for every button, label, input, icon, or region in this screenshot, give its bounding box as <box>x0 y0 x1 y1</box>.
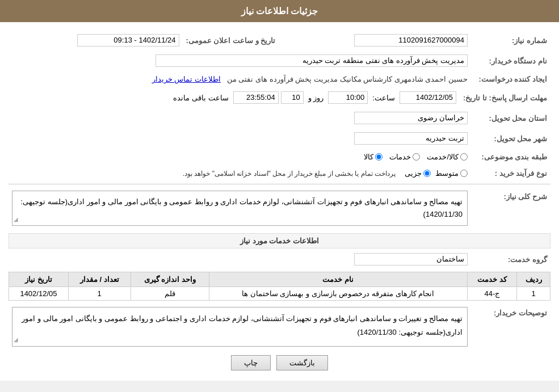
col-service-code: کد خدمت <box>467 272 517 287</box>
date-value: 1402/11/24 - 09:13 <box>77 34 179 47</box>
city-value: تربت حیدریه <box>354 132 468 145</box>
process-label: نوع فرآیند خرید : <box>471 167 550 179</box>
services-table: ردیف کد خدمت نام خدمت واحد اندازه گیری ت… <box>9 272 550 301</box>
col-unit: واحد اندازه گیری <box>131 272 209 287</box>
cat-khadamat-label: خدمات <box>389 153 411 161</box>
deadline-remaining-label: ساعت باقی مانده <box>173 94 228 102</box>
resize-handle: ◢ <box>14 214 18 224</box>
col-quantity: تعداد / مقدار <box>68 272 131 287</box>
buyer-desc-box: تهیه مصالح و تغییرات و ساماندهی انبارهای… <box>12 307 468 347</box>
need-number-value: 1102091627000094 <box>354 34 468 47</box>
buyer-org-label: نام دستگاه خریدار: <box>471 53 550 69</box>
process-note: پرداخت تمام یا بخشی از مبلغ خریدار از مح… <box>183 170 396 178</box>
province-value: خراسان رضوی <box>354 112 468 124</box>
creator-label: ایجاد کننده درخواست: <box>471 73 550 85</box>
deadline-day: 10 <box>281 91 304 104</box>
print-button[interactable]: چاپ <box>231 355 271 370</box>
deadline-day-label: روز و <box>308 94 324 102</box>
radio-motevaset[interactable]: متوسط <box>435 169 468 178</box>
radio-kala[interactable]: کالا <box>364 153 383 161</box>
page-header: جزئیات اطلاعات نیاز <box>0 0 559 22</box>
cell-unit: قلم <box>131 287 209 301</box>
col-service-name: نام خدمت <box>209 272 467 287</box>
radio-kala-khadamat[interactable]: کالا/خدمت <box>427 153 468 161</box>
radio-khadamat[interactable]: خدمات <box>389 153 420 161</box>
buyer-desc-value: تهیه مصالح و تغییرات و ساماندهی انبارهای… <box>22 314 463 336</box>
cell-quantity: 1 <box>68 287 131 301</box>
need-number-label: شماره نیاز: <box>471 32 550 48</box>
resize-handle-2: ◢ <box>14 335 18 345</box>
city-label: شهر محل تحویل: <box>471 130 550 146</box>
col-date: تاریخ نیاز <box>9 272 69 287</box>
general-desc-value: تهیه مصالح و ساماندهی انبارهای فوم و تجه… <box>21 197 463 218</box>
group-service-value: ساختمان <box>354 253 468 265</box>
category-label: طبقه بندی موضوعی: <box>471 151 550 163</box>
cell-service-name: انجام کارهای متفرقه درخصوص بازسازی و بهس… <box>209 287 467 301</box>
radio-jozvi[interactable]: جزیی <box>405 169 431 178</box>
divider-1 <box>9 184 550 184</box>
back-button[interactable]: بازگشت <box>276 355 328 370</box>
cell-row-num: 1 <box>517 287 550 301</box>
general-desc-box: تهیه مصالح و ساماندهی انبارهای فوم و تجه… <box>12 191 468 226</box>
cell-service-code: ج-44 <box>467 287 517 301</box>
deadline-time: 10:00 <box>328 91 368 104</box>
col-row-num: ردیف <box>517 272 550 287</box>
creator-name: حسین احمدی شادمهری کارشناس مکانیک مدیریت… <box>227 75 468 83</box>
province-label: استان محل تحویل: <box>471 110 550 126</box>
cell-date: 1402/12/05 <box>9 287 69 301</box>
cat-kala-khadamat-label: کالا/خدمت <box>427 153 459 161</box>
deadline-date: 1402/12/05 <box>400 91 456 104</box>
general-desc-label: شرح کلی نیاز: <box>471 189 550 227</box>
creator-contact-link[interactable]: اطلاعات تماس خریدار <box>152 75 221 83</box>
services-section-header: اطلاعات خدمات مورد نیاز <box>9 233 550 248</box>
button-row: بازگشت چاپ <box>9 355 550 370</box>
deadline-label: مهلت ارسال پاسخ: تا تاریخ: <box>460 90 550 106</box>
deadline-time-label: ساعت: <box>372 94 395 102</box>
page-title: جزئیات اطلاعات نیاز <box>241 6 318 16</box>
buyer-org-value: مدیریت پخش فرآورده های نفتی منطقه تربت ح… <box>155 54 468 67</box>
group-service-label: گروه خدمت: <box>471 251 550 267</box>
table-row: 1 ج-44 انجام کارهای متفرقه درخصوص بازساز… <box>9 287 550 301</box>
buyer-desc-label: توصیحات خریدار: <box>471 305 550 348</box>
cat-kala-label: کالا <box>364 153 373 161</box>
date-label: تاریخ و ساعت اعلان عمومی: <box>183 32 279 48</box>
deadline-remaining: 23:55:04 <box>233 91 279 104</box>
